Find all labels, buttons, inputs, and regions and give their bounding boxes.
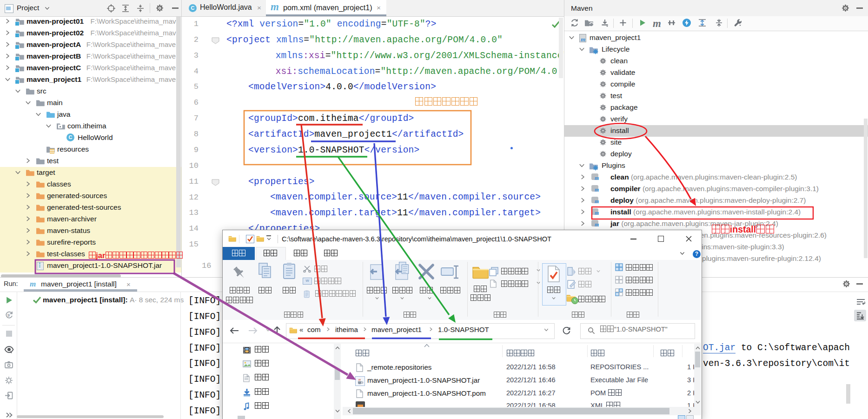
svg-text:9: 9: [7, 313, 10, 318]
